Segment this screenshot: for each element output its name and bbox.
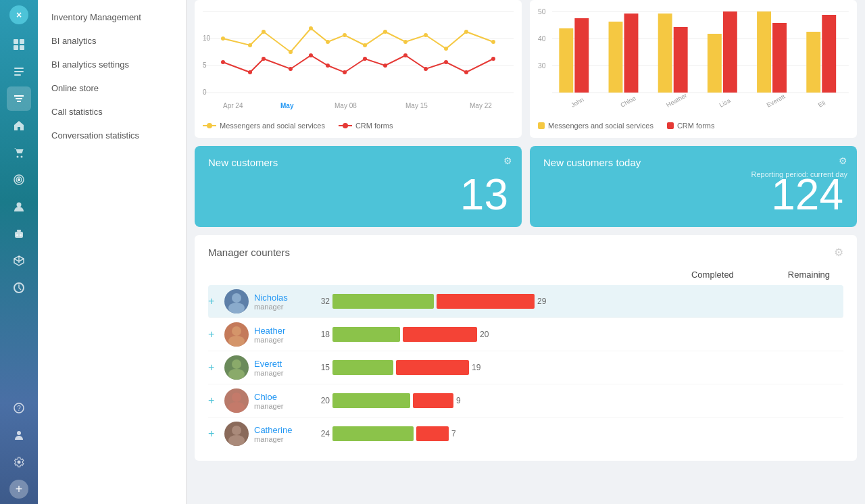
svg-text:?: ?	[17, 405, 21, 412]
legend-messengers: Messengers and social services	[203, 122, 325, 130]
svg-rect-77	[708, 34, 722, 93]
target-icon[interactable]	[7, 168, 31, 192]
svg-text:Lisa: Lisa	[718, 97, 733, 108]
svg-point-43	[424, 33, 428, 37]
manager-info-catherine: Catherine manager	[254, 425, 308, 443]
svg-point-95	[228, 435, 245, 446]
checklist-icon[interactable]	[7, 59, 31, 84]
manager-expand-nicholas[interactable]: +	[208, 295, 219, 307]
svg-rect-84	[822, 15, 836, 93]
filter-icon[interactable]	[7, 86, 31, 111]
kpi-card-new-customers: ⚙ New customers 13	[195, 146, 522, 227]
sidebar-item-bi-analytics[interactable]: BI analytics	[38, 29, 186, 53]
manager-column-headers: Completed Remaining	[208, 270, 843, 280]
sidebar-item-online-store[interactable]: Online store	[38, 76, 186, 100]
svg-point-7	[17, 156, 19, 158]
bar-chart: 50 40 30 John Chloe Heather	[538, 8, 849, 116]
manager-expand-heather[interactable]: +	[208, 328, 219, 341]
svg-point-11	[18, 179, 20, 181]
person-icon[interactable]	[7, 423, 31, 447]
svg-rect-72	[624, 14, 639, 93]
chloe-remaining-num: 9	[456, 396, 472, 405]
manager-bars-nicholas: 32 29	[314, 294, 843, 309]
settings-icon[interactable]	[7, 450, 31, 474]
catherine-green-bar	[332, 426, 414, 441]
bar-legend-crm: CRM forms	[667, 122, 715, 130]
svg-point-60	[491, 57, 495, 61]
svg-point-59	[464, 70, 468, 74]
svg-point-47	[221, 60, 225, 64]
svg-point-36	[289, 50, 293, 54]
everett-completed-num: 15	[314, 363, 330, 372]
svg-point-16	[20, 234, 22, 236]
svg-point-88	[232, 326, 241, 336]
kpi-row: ⚙ New customers 13 ⚙ New customers today…	[195, 146, 857, 227]
manager-name-catherine: Catherine	[254, 425, 308, 435]
manager-name-everett: Everett	[254, 359, 308, 369]
circle-icon[interactable]	[7, 276, 31, 300]
legend-crm: CRM forms	[339, 122, 393, 130]
home-icon[interactable]	[7, 114, 31, 138]
legend-crm-label: CRM forms	[355, 122, 393, 130]
svg-text:30: 30	[538, 62, 546, 70]
catherine-remaining-num: 7	[451, 429, 468, 438]
catherine-completed-num: 24	[314, 429, 330, 438]
svg-text:John: John	[570, 96, 585, 108]
box-icon[interactable]	[7, 249, 31, 273]
svg-point-15	[16, 234, 18, 236]
bar-legend-messengers: Messengers and social services	[538, 122, 653, 130]
svg-point-58	[444, 60, 448, 64]
add-button[interactable]: +	[9, 480, 28, 499]
svg-text:Chloe: Chloe	[619, 95, 637, 108]
sidebar-item-conversation-stats[interactable]: Conversation statistics	[38, 124, 186, 147]
manager-avatar-everett	[224, 355, 249, 380]
kpi-title-2: New customers today	[543, 157, 843, 168]
sidebar-item-bi-settings[interactable]: BI analytics settings	[38, 53, 186, 76]
manager-info-everett: Everett manager	[254, 359, 308, 377]
manager-row-chloe: + Chloe manager 20 9	[208, 384, 843, 418]
kpi-gear-icon-2[interactable]: ⚙	[839, 155, 847, 166]
manager-role-chloe: manager	[254, 402, 308, 410]
line-chart: 0 5 10 Apr 24 May May 08 May 15 May 22	[203, 8, 514, 116]
everett-remaining-num: 19	[472, 363, 488, 372]
svg-point-20	[17, 431, 21, 435]
chloe-red-bar	[413, 393, 453, 408]
sidebar-item-inventory[interactable]: Inventory Management	[38, 5, 186, 29]
manager-avatar-heather	[224, 322, 249, 347]
manager-expand-chloe[interactable]: +	[208, 395, 219, 407]
svg-text:May 15: May 15	[405, 102, 428, 109]
svg-point-8	[21, 156, 23, 158]
help-icon[interactable]: ?	[7, 396, 31, 420]
heather-completed-num: 18	[314, 330, 330, 339]
svg-point-40	[363, 43, 367, 47]
svg-text:Apr 24: Apr 24	[223, 102, 243, 109]
robot-icon[interactable]	[7, 222, 31, 246]
manager-bars-everett: 15 19	[314, 360, 843, 375]
cart-icon[interactable]	[7, 141, 31, 165]
svg-rect-6	[14, 74, 21, 76]
manager-expand-catherine[interactable]: +	[208, 428, 219, 440]
dashboard-icon[interactable]	[7, 32, 31, 57]
icon-sidebar: × ? +	[0, 0, 38, 504]
line-chart-card: 0 5 10 Apr 24 May May 08 May 15 May 22	[195, 0, 522, 138]
contacts-icon[interactable]	[7, 195, 31, 219]
svg-point-94	[232, 426, 241, 435]
manager-role-catherine: manager	[254, 435, 308, 443]
nicholas-remaining-num: 29	[537, 297, 553, 306]
kpi-card-new-customers-today: ⚙ New customers today Reporting period: …	[530, 146, 857, 227]
svg-point-55	[383, 64, 387, 68]
bar-legend-crm-label: CRM forms	[677, 122, 715, 130]
manager-card-gear-icon[interactable]: ⚙	[834, 246, 843, 259]
main-content: 0 5 10 Apr 24 May May 08 May 15 May 22	[187, 0, 865, 504]
svg-point-91	[228, 369, 245, 380]
close-button[interactable]: ×	[9, 5, 28, 24]
sidebar-item-call-stats[interactable]: Call statistics	[38, 100, 186, 124]
svg-rect-83	[806, 32, 820, 93]
manager-bars-chloe: 20 9	[314, 393, 843, 408]
manager-expand-everett[interactable]: +	[208, 361, 219, 374]
svg-text:10: 10	[203, 34, 211, 42]
kpi-gear-icon-1[interactable]: ⚙	[503, 155, 512, 166]
svg-rect-81	[772, 23, 787, 93]
manager-row-everett: + Everett manager 15 19	[208, 351, 843, 384]
svg-point-54	[363, 57, 367, 61]
